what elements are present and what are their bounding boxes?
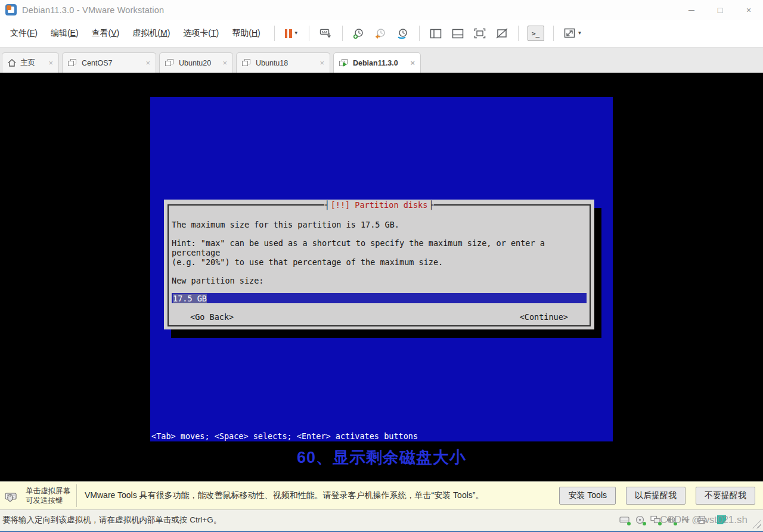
go-back-button[interactable]: <Go Back>: [190, 312, 234, 322]
send-ctrl-alt-del-button[interactable]: [318, 27, 333, 40]
vm-running-icon: [339, 59, 349, 67]
revert-snapshot-icon: [375, 28, 387, 39]
keyboard-mouse-icon: [5, 490, 21, 502]
toolbar-separator: [553, 26, 554, 41]
input-value: 17.5 GB: [173, 294, 207, 303]
toolbar-separator: [274, 26, 275, 41]
chevron-down-icon[interactable]: ▼: [294, 31, 299, 36]
vmware-tools-bar: 单击虚拟屏幕 可发送按键 VMware Tools 具有很多功能，能改善鼠标移动…: [0, 481, 763, 509]
toolbar: ▼: [273, 26, 584, 41]
partition-size-input[interactable]: 17.5 GB_________________________________…: [172, 293, 587, 303]
send-keys-hint-text: 单击虚拟屏幕 可发送按键: [26, 486, 70, 505]
chevron-down-icon[interactable]: ▼: [578, 31, 582, 36]
partition-disks-dialog: ┤[!!] Partition disks├ The maximum size …: [164, 200, 594, 329]
resize-grip[interactable]: [752, 519, 761, 528]
tab-close-icon[interactable]: ×: [145, 58, 150, 67]
fit-guest-icon: [564, 28, 576, 39]
toolbar-separator: [309, 26, 309, 41]
hint-line-2: (e.g. "20%") to use that percentage of t…: [172, 257, 587, 267]
minimize-button[interactable]: ─: [677, 0, 706, 20]
vmware-logo-icon: [5, 4, 17, 15]
keyboard-send-icon: [320, 28, 332, 39]
dialog-title-text: [!!] Partition disks: [330, 200, 429, 210]
remind-later-button[interactable]: 以后提醒我: [626, 487, 686, 505]
window-title: Debian11.3.0 - VMware Workstation: [22, 5, 164, 15]
menu-toolbar: 文件(F) 编辑(E) 查看(V) 虚拟机(M) 选项卡(T) 帮助(H) ▼: [0, 20, 763, 48]
show-library-button[interactable]: [429, 27, 443, 40]
tab-ubuntu18[interactable]: Ubuntu18 ×: [236, 52, 330, 73]
thumbnail-bar-icon: [452, 29, 464, 39]
input-filler: ________________________________________…: [212, 294, 587, 303]
vm-display-area[interactable]: ┤[!!] Partition disks├ The maximum size …: [0, 73, 763, 481]
dialog-buttons: <Go Back> <Continue>: [172, 312, 587, 322]
never-remind-button[interactable]: 不要提醒我: [696, 487, 755, 505]
debian-installer-screen[interactable]: ┤[!!] Partition disks├ The maximum size …: [150, 97, 613, 441]
tools-buttons: 安装 Tools 以后提醒我 不要提醒我: [559, 487, 755, 505]
hint-line-1: Hint: "max" can be used as a shortcut to…: [172, 238, 587, 257]
tab-debian[interactable]: Debian11.3.0 ×: [333, 52, 421, 73]
toolbar-separator: [518, 26, 519, 41]
continue-button[interactable]: <Continue>: [520, 312, 568, 322]
snapshot-manager-icon: [397, 28, 409, 39]
partition-size-prompt: New partition size:: [172, 276, 587, 285]
pause-button[interactable]: ▼: [284, 28, 300, 39]
revert-snapshot-button[interactable]: [374, 27, 388, 41]
vm-icon: [68, 59, 77, 67]
install-tools-button[interactable]: 安装 Tools: [559, 487, 616, 505]
pause-icon: [285, 29, 292, 38]
installer-help-line: <Tab> moves; <Space> selects; <Enter> ac…: [151, 431, 418, 441]
menu-view[interactable]: 查看(V): [85, 24, 126, 43]
tab-centos7[interactable]: CentOS7 ×: [62, 52, 156, 73]
tab-close-icon[interactable]: ×: [410, 58, 415, 67]
csdn-watermark: CSDN @wst021.sh: [660, 514, 748, 526]
hard-disk-icon[interactable]: [619, 515, 630, 524]
tab-label: Ubuntu20: [179, 59, 211, 67]
maximize-button[interactable]: □: [706, 0, 734, 20]
menu-edit[interactable]: 编辑(E): [44, 24, 85, 43]
fit-guest-button[interactable]: ▼: [563, 27, 584, 40]
tab-close-icon[interactable]: ×: [48, 58, 53, 67]
window-controls: ─ □ ×: [677, 0, 763, 20]
close-button[interactable]: ×: [734, 0, 763, 20]
home-icon: [8, 59, 16, 67]
window-titlebar: Debian11.3.0 - VMware Workstation ─ □ ×: [0, 0, 763, 20]
menu-tabs[interactable]: 选项卡(T): [176, 24, 225, 43]
full-screen-button[interactable]: [473, 27, 487, 40]
connected-dot: [643, 522, 646, 525]
status-bar: 要将输入定向到该虚拟机，请在虚拟机内部单击或按 Ctrl+G。 CSDN @ws…: [0, 509, 763, 531]
dialog-body: The maximum size for this partition is 1…: [164, 200, 594, 322]
connected-dot: [627, 522, 631, 525]
take-snapshot-button[interactable]: [352, 27, 366, 41]
tab-label: Debian11.3.0: [353, 59, 398, 67]
snapshot-manager-button[interactable]: [396, 27, 410, 41]
tab-close-icon[interactable]: ×: [222, 58, 227, 67]
toolbar-separator: [419, 26, 420, 41]
status-message: 要将输入定向到该虚拟机，请在虚拟机内部单击或按 Ctrl+G。: [2, 515, 221, 525]
menu-help[interactable]: 帮助(H): [225, 24, 266, 43]
vmware-tools-message: VMware Tools 具有很多功能，能改善鼠标移动性、视频和性能。请登录客户…: [85, 490, 559, 501]
tab-label: Ubuntu18: [256, 59, 288, 67]
menu-file[interactable]: 文件(F): [4, 24, 44, 43]
console-view-button[interactable]: >_: [528, 26, 544, 41]
network-adapter-icon[interactable]: [650, 515, 661, 524]
divider: [76, 484, 77, 507]
send-keys-hint: 单击虚拟屏幕 可发送按键: [0, 486, 76, 505]
max-size-text: The maximum size for this partition is 1…: [172, 220, 587, 229]
dialog-title: ┤[!!] Partition disks├: [164, 200, 594, 210]
tab-label: CentOS7: [82, 59, 112, 67]
show-thumbnail-bar-button[interactable]: [451, 27, 465, 40]
tab-ubuntu20[interactable]: Ubuntu20 ×: [159, 52, 233, 73]
tab-close-icon[interactable]: ×: [320, 58, 324, 67]
library-panel-icon: [430, 29, 442, 39]
full-screen-icon: [474, 28, 486, 39]
cd-rom-icon[interactable]: [635, 515, 646, 524]
unity-mode-button[interactable]: [495, 27, 509, 40]
annotation-text: 60、显示剩余磁盘大小: [0, 447, 763, 468]
text-cursor: _: [207, 294, 212, 303]
menu-vm[interactable]: 虚拟机(M): [126, 24, 176, 43]
vm-icon: [165, 59, 175, 67]
unity-mode-icon: [496, 28, 508, 39]
take-snapshot-icon: [353, 28, 365, 39]
tab-label: 主页: [20, 58, 35, 68]
tab-home[interactable]: 主页 ×: [2, 52, 59, 73]
